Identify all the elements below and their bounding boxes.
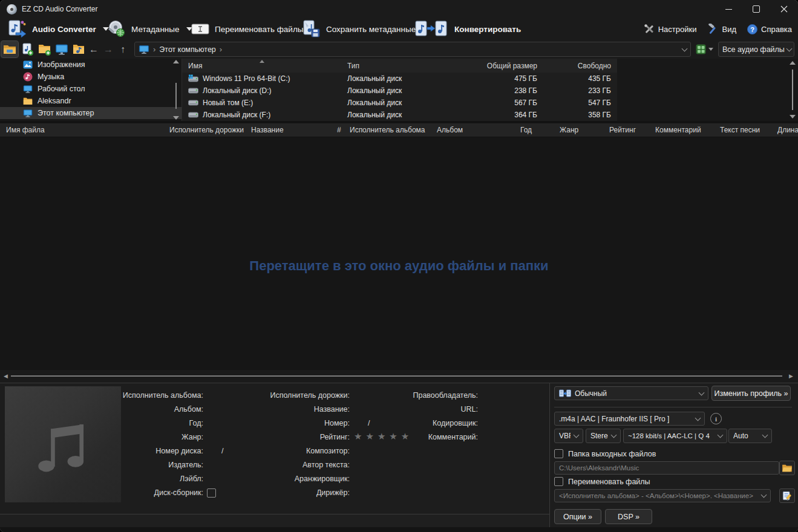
drive-name: Локальный диск (F:) <box>203 111 270 119</box>
scrollbar-thumb[interactable] <box>11 375 782 377</box>
samplerate-select[interactable]: Auto <box>728 429 772 443</box>
rename-files-label: Переименовать файлы <box>215 25 303 34</box>
rename-files-checkbox[interactable] <box>554 477 563 486</box>
column-header-name[interactable]: Имя <box>182 59 347 73</box>
bitrate-select[interactable]: ~128 kbit/s | AAC-LC | Q 4 <box>623 429 727 443</box>
scrollbar-thumb[interactable] <box>175 83 177 109</box>
column-title[interactable]: Название <box>251 123 284 137</box>
column-header-total[interactable]: Общий размер <box>462 59 543 73</box>
scroll-down-icon[interactable] <box>173 116 179 120</box>
minimize-button[interactable] <box>715 0 742 18</box>
column-header-free[interactable]: Свободно <box>538 59 617 73</box>
convert-button[interactable]: Конвертировать <box>415 18 521 40</box>
sidebar-scrollbar[interactable] <box>172 60 180 120</box>
column-year[interactable]: Год <box>520 123 532 137</box>
scrollbar-thumb[interactable] <box>792 70 793 110</box>
dsp-button[interactable]: DSP » <box>605 509 652 524</box>
column-album[interactable]: Альбом <box>437 123 463 137</box>
column-header-type[interactable]: Тип <box>342 59 465 73</box>
column-comment[interactable]: Комментарий <box>655 123 701 137</box>
rename-pattern-select[interactable]: <Исполнитель альбома> - <Альбом>\<Номер>… <box>554 489 771 502</box>
edit-profile-button[interactable]: Изменить профиль » <box>711 386 791 401</box>
drive-icon <box>188 111 199 119</box>
chevron-down-icon <box>718 432 724 438</box>
audio-converter-icon <box>7 20 27 38</box>
scroll-up-icon[interactable] <box>790 61 796 65</box>
settings-button[interactable]: Настройки <box>644 24 697 34</box>
metadata-menu[interactable]: Метаданные <box>106 18 192 40</box>
close-button[interactable] <box>770 0 798 18</box>
drive-row-c[interactable]: Windows 11 Pro 64-Bit (C:) Локальный дис… <box>182 73 617 85</box>
music-folder-button[interactable] <box>71 42 86 57</box>
track-number-label: Номер: <box>212 419 350 427</box>
view-mode-button[interactable] <box>696 44 713 54</box>
column-album-artist[interactable]: Исполнитель альбома <box>350 123 425 137</box>
settings-label: Настройки <box>658 25 697 34</box>
browse-folder-button[interactable] <box>1 41 18 57</box>
compilation-label: Диск-сборник: <box>0 488 203 497</box>
add-files-button[interactable] <box>21 42 35 57</box>
column-genre[interactable]: Жанр <box>560 123 578 137</box>
drive-row-e[interactable]: Новый том (E:) Локальный диск 567 ГБ 547… <box>182 97 617 109</box>
output-path-input[interactable]: C:\Users\Aleksandr\Music <box>554 461 779 475</box>
column-number[interactable]: # <box>337 123 341 137</box>
sidebar-item-this-computer[interactable]: Этот компьютер <box>0 107 182 119</box>
drives-scrollbar[interactable] <box>789 61 796 118</box>
column-track-artist[interactable]: Исполнитель дорожки <box>169 123 244 137</box>
album-artist-label: Исполнитель альбома: <box>0 391 203 400</box>
album-art-placeholder <box>5 386 121 502</box>
profile-select[interactable]: Обычный <box>554 386 708 400</box>
audio-converter-menu[interactable]: Audio Converter <box>7 18 109 40</box>
bitrate-mode-select[interactable]: VBR <box>554 429 583 443</box>
forward-button[interactable]: → <box>102 44 115 55</box>
album-label: Альбом: <box>0 405 203 414</box>
channels-value: Stereo <box>590 432 608 440</box>
view-label: Вид <box>722 25 736 34</box>
bottom-panel: Исполнитель альбома: Альбом: Год: Жанр: … <box>0 383 798 528</box>
composer-label: Композитор: <box>212 447 350 455</box>
view-button[interactable]: Вид <box>707 24 736 34</box>
options-button[interactable]: Опции » <box>554 509 601 524</box>
back-button[interactable]: ← <box>87 44 100 55</box>
column-rating[interactable]: Рейтинг <box>609 123 636 137</box>
breadcrumb-location[interactable]: Этот компьютер <box>159 45 215 54</box>
scroll-left-icon[interactable]: ◀ <box>4 373 8 379</box>
scroll-up-icon[interactable] <box>173 60 179 63</box>
drop-zone[interactable]: Перетащите в это окно аудио файлы и папк… <box>0 137 798 370</box>
maximize-button[interactable] <box>742 0 770 18</box>
tracklist-header: Имя файла Исполнитель дорожки Название #… <box>0 123 798 137</box>
drive-free: 547 ГБ <box>588 99 611 107</box>
drive-row-f[interactable]: Локальный диск (F:) Локальный диск 364 Г… <box>182 109 617 121</box>
breadcrumb[interactable]: › Этот компьютер › <box>134 42 691 57</box>
help-button[interactable]: ? Справка <box>747 24 792 34</box>
desktop-button[interactable] <box>54 42 69 57</box>
file-filter-select[interactable]: Все аудио файлы <box>718 42 794 57</box>
add-folder-button[interactable] <box>38 42 52 57</box>
save-metadata-button[interactable]: Сохранить метаданные <box>301 18 416 40</box>
format-select[interactable]: .m4a | AAC | Fraunhofer IIS [ Pro ] <box>554 412 705 426</box>
horizontal-scrollbar[interactable]: ◀ ▶ <box>0 370 798 383</box>
chevron-down-icon <box>786 45 792 51</box>
output-panel: Обычный Изменить профиль » .m4a | AAC | … <box>549 383 798 528</box>
sidebar-item-user-folder[interactable]: Aleksandr <box>0 95 182 107</box>
browse-output-folder-button[interactable] <box>779 461 795 475</box>
divider <box>554 407 792 407</box>
drive-row-d[interactable]: Локальный диск (D:) Локальный диск 238 Г… <box>182 85 617 97</box>
edit-pattern-button[interactable] <box>779 488 795 503</box>
sidebar-item-music[interactable]: Музыка <box>0 71 182 83</box>
scroll-down-icon[interactable] <box>790 115 796 118</box>
column-filename[interactable]: Имя файла <box>6 123 45 137</box>
column-length[interactable]: Длина <box>777 123 798 137</box>
chevron-down-icon[interactable] <box>682 45 688 51</box>
rename-files-button[interactable]: Переименовать файлы <box>191 18 303 40</box>
drive-total: 475 ГБ <box>514 74 537 83</box>
info-icon[interactable]: i <box>710 413 722 424</box>
column-lyrics[interactable]: Текст песни <box>720 123 760 137</box>
sidebar-item-desktop[interactable]: Рабочий стол <box>0 83 182 95</box>
scroll-right-icon[interactable]: ▶ <box>789 373 793 379</box>
output-folder-checkbox[interactable] <box>554 449 563 458</box>
output-folder-label: Папка выходных файлов <box>568 450 656 458</box>
sidebar-item-pictures[interactable]: Изображения <box>0 59 182 71</box>
channels-select[interactable]: Stereo <box>586 429 621 443</box>
up-button[interactable]: ↑ <box>116 44 129 55</box>
